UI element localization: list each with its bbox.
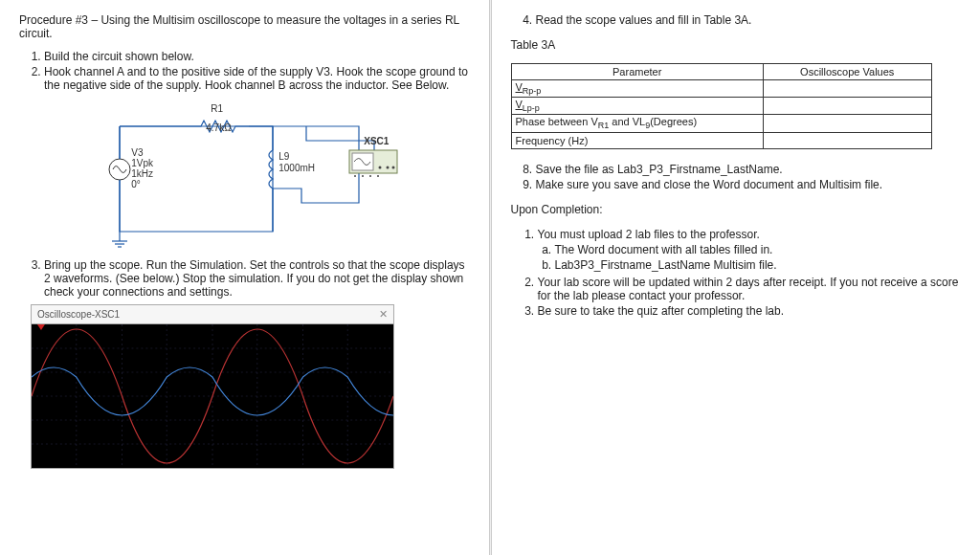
completion-list: You must upload 2 lab files to the profe… — [511, 228, 962, 318]
table-3a: Parameter Oscilloscope Values VRp-p VLp-… — [511, 63, 932, 149]
close-icon[interactable]: ✕ — [379, 308, 388, 321]
left-page: Procedure #3 – Using the Multisim oscill… — [0, 0, 489, 555]
completion-3: Be sure to take the quiz after completin… — [538, 304, 962, 318]
step-2: Hook channel A and to the positive side … — [44, 65, 470, 92]
procedure-steps-8-9: Save the file as Lab3_P3_Firstname_LastN… — [511, 163, 962, 191]
completion-2: Your lab score will be updated within 2 … — [538, 276, 962, 302]
l9-label: L9 — [278, 151, 289, 162]
svg-point-7 — [354, 175, 356, 177]
v3-freq: 1kHz — [131, 168, 153, 179]
th-values: Oscilloscope Values — [763, 64, 931, 80]
procedure-steps-1-2: Build the circuit shown below. Hook chan… — [19, 50, 470, 92]
completion-1: You must upload 2 lab files to the profe… — [538, 228, 962, 272]
table-row: Frequency (Hz) — [511, 132, 931, 148]
svg-point-5 — [387, 166, 390, 169]
r1-label: R1 — [211, 103, 223, 114]
table-title: Table 3A — [511, 38, 962, 52]
v3-label: V3 — [131, 147, 143, 158]
v3-phase: 0° — [131, 179, 141, 189]
vlpp-value[interactable] — [763, 98, 931, 115]
step-4: Read the scope values and fill in Table … — [536, 13, 962, 27]
upon-completion-title: Upon Completion: — [511, 203, 962, 216]
table-row: VRp-p — [511, 80, 931, 98]
procedure-title: Procedure #3 – Using the Multisim oscill… — [19, 13, 470, 40]
svg-point-8 — [362, 175, 364, 177]
step-8: Save the file as Lab3_P3_Firstname_LastN… — [536, 163, 962, 176]
scope-display — [31, 323, 394, 469]
r1-value: 4.7kΩ — [206, 122, 231, 133]
table-row: Phase between VR1 and VL9(Degrees) — [511, 115, 931, 132]
svg-point-4 — [379, 166, 382, 169]
right-page: Read the scope values and fill in Table … — [492, 0, 981, 555]
svg-point-6 — [392, 166, 395, 169]
oscilloscope-window: Oscilloscope-XSC1 ✕ — [31, 304, 394, 469]
th-parameter: Parameter — [511, 64, 763, 80]
l9-value: 1000mH — [278, 163, 315, 173]
v3-amp: 1Vpk — [131, 158, 153, 168]
xsc1-label: XSC1 — [364, 136, 389, 146]
procedure-step-4: Read the scope values and fill in Table … — [511, 13, 962, 27]
vrpp-value[interactable] — [763, 80, 931, 98]
svg-point-9 — [369, 175, 371, 177]
freq-value[interactable] — [763, 132, 931, 148]
completion-1a: The Word document with all tables filled… — [555, 243, 962, 256]
step-1: Build the circuit shown below. — [44, 50, 470, 63]
table-row: VLp-p — [511, 98, 931, 115]
procedure-step-3: Bring up the scope. Run the Simulation. … — [19, 258, 470, 299]
step-3: Bring up the scope. Run the Simulation. … — [44, 258, 470, 299]
svg-point-10 — [377, 175, 379, 177]
scope-title: Oscilloscope-XSC1 — [37, 309, 120, 320]
phase-value[interactable] — [763, 115, 931, 132]
step-9: Make sure you save and close the Word do… — [536, 178, 962, 191]
completion-1b: Lab3P3_Firstname_LastName Multisim file. — [555, 258, 962, 272]
circuit-diagram: R1 4.7kΩ V3 1Vpk 1kHz 0° L9 1000mH XSC1 — [72, 98, 416, 251]
scope-titlebar: Oscilloscope-XSC1 ✕ — [31, 304, 394, 323]
